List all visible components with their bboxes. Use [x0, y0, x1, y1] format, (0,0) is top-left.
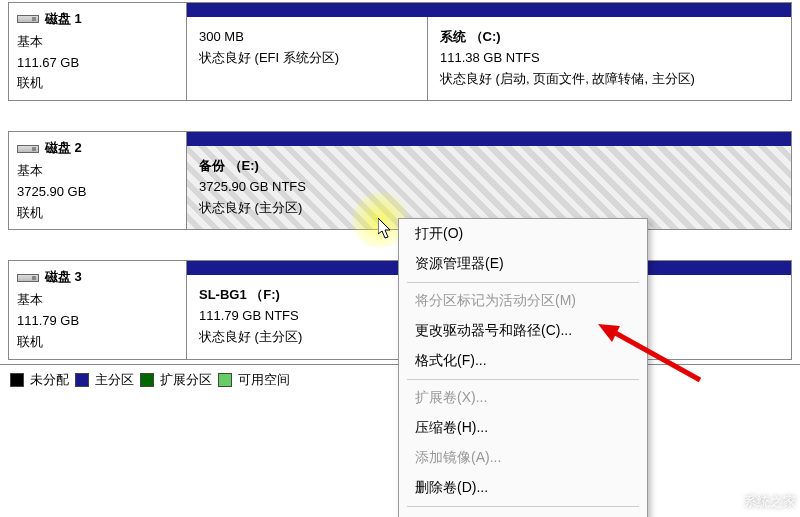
disk-status: 联机 [17, 73, 178, 94]
partition-header-bar [187, 3, 791, 17]
disk-1-partitions: 300 MB 状态良好 (EFI 系统分区) 系统 （C:) 111.38 GB… [187, 3, 791, 100]
menu-properties[interactable]: 属性(P) [399, 510, 647, 517]
legend-primary-icon [75, 373, 89, 387]
legend-free-label: 可用空间 [238, 371, 290, 389]
disk-icon [17, 15, 39, 23]
menu-format[interactable]: 格式化(F)... [399, 346, 647, 376]
disk-3-info[interactable]: 磁盘 3 基本 111.79 GB 联机 [9, 261, 187, 358]
disk-1-container: 磁盘 1 基本 111.67 GB 联机 300 MB 状态良好 (EFI 系统… [8, 2, 792, 101]
menu-mark-active: 将分区标记为活动分区(M) [399, 286, 647, 316]
partition-status: 状态良好 (主分区) [199, 198, 779, 219]
menu-open[interactable]: 打开(O) [399, 219, 647, 249]
disk-status: 联机 [17, 203, 178, 224]
partition-size: 300 MB [199, 27, 415, 48]
disk-icon [17, 145, 39, 153]
legend-unallocated-label: 未分配 [30, 371, 69, 389]
context-menu: 打开(O) 资源管理器(E) 将分区标记为活动分区(M) 更改驱动器号和路径(C… [398, 218, 648, 517]
menu-extend-volume: 扩展卷(X)... [399, 383, 647, 413]
legend-primary-label: 主分区 [95, 371, 134, 389]
legend-free-icon [218, 373, 232, 387]
partition-header-bar [187, 132, 791, 146]
disk-title: 磁盘 2 [45, 138, 82, 159]
legend-extended-label: 扩展分区 [160, 371, 212, 389]
partition-c[interactable]: 系统 （C:) 111.38 GB NTFS 状态良好 (启动, 页面文件, 故… [427, 17, 791, 100]
watermark-logo-icon [718, 491, 740, 513]
disk-1-info[interactable]: 磁盘 1 基本 111.67 GB 联机 [9, 3, 187, 100]
menu-shrink-volume[interactable]: 压缩卷(H)... [399, 413, 647, 443]
disk-2-info[interactable]: 磁盘 2 基本 3725.90 GB 联机 [9, 132, 187, 229]
disk-status: 联机 [17, 332, 178, 353]
disk-2-partitions: 备份 （E:) 3725.90 GB NTFS 状态良好 (主分区) [187, 132, 791, 229]
disk-icon [17, 274, 39, 282]
partition-size: 3725.90 GB NTFS [199, 177, 779, 198]
disk-size: 111.67 GB [17, 53, 178, 74]
menu-separator [407, 379, 639, 380]
watermark-text: 系统之家 [744, 493, 796, 511]
menu-add-mirror: 添加镜像(A)... [399, 443, 647, 473]
partition-efi[interactable]: 300 MB 状态良好 (EFI 系统分区) [187, 17, 427, 100]
partition-size: 111.38 GB NTFS [440, 48, 779, 69]
partition-title: 备份 （E:) [199, 156, 779, 177]
disk-size: 3725.90 GB [17, 182, 178, 203]
disk-title: 磁盘 3 [45, 267, 82, 288]
legend-unallocated-icon [10, 373, 24, 387]
partition-status: 状态良好 (EFI 系统分区) [199, 48, 415, 69]
menu-separator [407, 282, 639, 283]
menu-change-drive-letter[interactable]: 更改驱动器号和路径(C)... [399, 316, 647, 346]
legend-extended-icon [140, 373, 154, 387]
disk-type: 基本 [17, 161, 178, 182]
disk-2-container: 磁盘 2 基本 3725.90 GB 联机 备份 （E:) 3725.90 GB… [8, 131, 792, 230]
disk-type: 基本 [17, 32, 178, 53]
disk-size: 111.79 GB [17, 311, 178, 332]
menu-delete-volume[interactable]: 删除卷(D)... [399, 473, 647, 503]
partition-status: 状态良好 (启动, 页面文件, 故障转储, 主分区) [440, 69, 779, 90]
disk-type: 基本 [17, 290, 178, 311]
watermark: 系统之家 [718, 491, 796, 513]
disk-title: 磁盘 1 [45, 9, 82, 30]
menu-separator [407, 506, 639, 507]
partition-title: 系统 （C:) [440, 27, 779, 48]
menu-explorer[interactable]: 资源管理器(E) [399, 249, 647, 279]
partition-e[interactable]: 备份 （E:) 3725.90 GB NTFS 状态良好 (主分区) [187, 146, 791, 229]
